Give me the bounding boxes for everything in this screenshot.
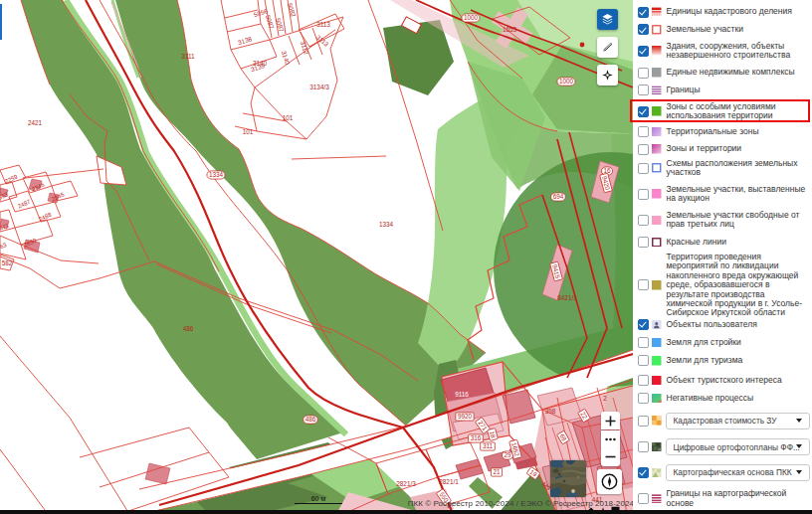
checker-orange-swatch: [652, 416, 662, 426]
svg-text:486: 486: [183, 325, 194, 332]
legend-item-cadastral-value[interactable]: Кадастровая стоимость ЗУ: [633, 413, 812, 429]
svg-text:1334: 1334: [209, 171, 224, 178]
svg-text:1000: 1000: [559, 78, 574, 85]
legend-item-borders-on-base[interactable]: Границы на картографической основе: [633, 489, 812, 508]
legend-item-zones-territories[interactable]: Зоны и территории: [633, 144, 812, 155]
svg-text:694: 694: [553, 193, 564, 200]
legend-item-negative-processes[interactable]: Негативные процессы: [633, 393, 812, 404]
legend-item-label: Земля для стройки: [667, 338, 808, 347]
checkbox-checked[interactable]: [638, 7, 649, 18]
map-label-1000: 1000: [557, 78, 575, 86]
svg-text:21: 21: [493, 468, 501, 475]
svg-text:3140: 3140: [253, 60, 268, 67]
svg-text:101: 101: [283, 114, 294, 121]
compass-button[interactable]: [597, 469, 622, 494]
solid-lightpink-swatch: [652, 216, 662, 226]
left-edge-accent: [0, 4, 2, 40]
checkbox-checked[interactable]: [638, 24, 649, 35]
svg-text:2: 2: [603, 395, 607, 402]
checkbox-unchecked[interactable]: [638, 416, 649, 427]
layers-button[interactable]: [597, 9, 618, 30]
legend-item-label: Земельные участки: [667, 25, 808, 34]
legend-item-free-parcels[interactable]: Земельные участки свободные от прав трет…: [633, 211, 812, 230]
legend-item-layout-schemes[interactable]: Схемы расположения земельных участков: [633, 159, 812, 178]
legend-item-label: Объекты пользователя: [667, 320, 808, 329]
legend-item-label: Земли для туризма: [667, 356, 808, 365]
zoom-out-button[interactable]: [601, 448, 620, 466]
checkbox-unchecked[interactable]: [638, 355, 649, 366]
checkbox-checked[interactable]: [638, 319, 649, 330]
legend-select-cadastral-value[interactable]: Кадастровая стоимость ЗУ: [666, 413, 810, 429]
layers-icon: [600, 12, 615, 27]
grad-magenta-swatch: [652, 144, 662, 154]
legend-item-parcels[interactable]: Земельные участки: [633, 24, 812, 35]
map-label-398: 398: [545, 408, 556, 415]
svg-text:8421/1: 8421/1: [557, 294, 577, 301]
checkbox-unchecked[interactable]: [638, 375, 649, 386]
legend-item-label: Негативные процессы: [667, 394, 808, 403]
legend-item-borders[interactable]: Границы: [633, 85, 812, 95]
legend-item-cadastral-units[interactable]: Единицы кадастрового деления: [633, 7, 812, 18]
legend-item-label: Объект туристского интереса: [667, 376, 808, 385]
checkbox-unchecked[interactable]: [638, 441, 649, 452]
basemap-thumbnail[interactable]: [550, 460, 586, 497]
legend-item-land-construction[interactable]: Земля для стройки: [633, 337, 812, 348]
svg-text:9116: 9116: [455, 391, 469, 398]
svg-text:101: 101: [243, 128, 254, 135]
legend-item-auction-parcels[interactable]: Земельные участки, выставленные на аукци…: [633, 185, 812, 204]
map-canvas[interactable]: 5056313831393140314050875087508231133113…: [0, 0, 633, 514]
legend-item-label: Территориальные зоны: [667, 127, 808, 136]
map-vector-layer: 5056313831393140314050875087508231133113…: [0, 0, 633, 514]
legend-item-label: Здания, сооружения, объекты незавершенно…: [667, 42, 808, 61]
map-label-3134/3: 3134/3: [309, 84, 329, 90]
measure-button[interactable]: [597, 37, 618, 58]
legend-item-red-lines[interactable]: Красные линии: [633, 237, 812, 248]
chevron-down-icon: [796, 470, 802, 474]
map-label-9116: 9116: [455, 391, 469, 398]
legend-select-value: Цифровые ортофотопланы ФФ...: [674, 442, 800, 452]
checkbox-unchecked[interactable]: [638, 215, 649, 226]
map-label-1653: 1653: [503, 26, 517, 33]
legend-item-complexes[interactable]: Единые недвижимые комплексы: [633, 68, 812, 79]
svg-text:2421: 2421: [28, 119, 43, 126]
checkbox-unchecked[interactable]: [638, 237, 649, 248]
svg-text:486: 486: [305, 416, 316, 423]
bottom-black-bar: [0, 510, 812, 514]
checkbox-unchecked[interactable]: [638, 126, 649, 137]
legend-item-usolye-territory[interactable]: Территория проведения мероприятий по лик…: [633, 253, 812, 318]
zoom-in-button[interactable]: [601, 412, 620, 429]
legend-item-land-tourism[interactable]: Земли для туризма: [633, 355, 812, 366]
legend-item-user-objects[interactable]: Объекты пользователя: [633, 319, 812, 330]
svg-text:398: 398: [545, 408, 556, 415]
svg-text:3134/3: 3134/3: [309, 84, 329, 90]
legend-item-tourist-object[interactable]: Объект туристского интереса: [633, 375, 812, 386]
checkbox-unchecked[interactable]: [638, 337, 649, 348]
checkbox-unchecked[interactable]: [638, 85, 649, 95]
legend-select-orthophoto[interactable]: Цифровые ортофотопланы ФФ...: [666, 438, 810, 455]
zoom-more-button[interactable]: [601, 430, 620, 448]
checkbox-unchecked[interactable]: [638, 393, 649, 404]
checkbox-unchecked[interactable]: [638, 493, 649, 504]
solid-blue-swatch: [652, 338, 662, 348]
checkbox-unchecked[interactable]: [638, 68, 649, 79]
checkbox-checked[interactable]: [638, 467, 649, 478]
legend-item-orthophoto[interactable]: Цифровые ортофотопланы ФФ...: [633, 438, 812, 455]
map-label-101: 101: [243, 128, 254, 135]
checkbox-unchecked[interactable]: [638, 279, 649, 290]
grad-mixed-swatch: [652, 394, 662, 404]
checkbox-unchecked[interactable]: [638, 144, 649, 155]
svg-text:311: 311: [483, 442, 494, 449]
legend-item-buildings[interactable]: Здания, сооружения, объекты незавершенно…: [633, 42, 812, 61]
grad-purple-swatch: [652, 127, 662, 137]
checkbox-checked[interactable]: [638, 46, 649, 57]
map-label-2821/3: 2821/3: [396, 480, 416, 487]
outline-red-swatch: [652, 25, 662, 35]
legend-select-base-map[interactable]: Картографическая основа ПКК: [666, 464, 810, 481]
legend-item-territorial-zones[interactable]: Территориальные зоны: [633, 126, 812, 137]
legend-item-base-map[interactable]: Картографическая основа ПКК: [633, 464, 812, 481]
checkbox-unchecked[interactable]: [638, 163, 649, 174]
locate-button[interactable]: [597, 65, 618, 86]
map-label-1334: 1334: [207, 171, 225, 179]
compass-icon: [601, 473, 618, 490]
checkbox-unchecked[interactable]: [638, 189, 649, 200]
